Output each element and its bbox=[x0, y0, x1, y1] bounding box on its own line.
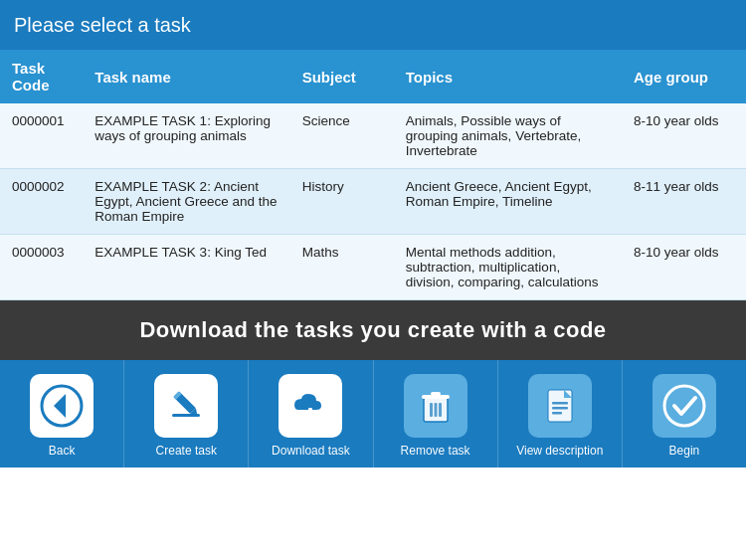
cell-topics: Mental methods addition, subtraction, mu… bbox=[394, 235, 622, 300]
view-description-label: View description bbox=[516, 444, 603, 458]
svg-rect-18 bbox=[552, 402, 568, 405]
cell-subject: History bbox=[290, 169, 394, 235]
create-task-button[interactable]: Create task bbox=[124, 360, 249, 467]
svg-rect-13 bbox=[434, 403, 437, 417]
cell-name: EXAMPLE TASK 3: King Ted bbox=[83, 235, 289, 300]
download-task-button[interactable]: Download task bbox=[249, 360, 373, 467]
cell-code: 0000001 bbox=[0, 103, 83, 169]
download-task-icon-box bbox=[279, 374, 342, 438]
create-task-icon bbox=[164, 384, 208, 428]
download-task-label: Download task bbox=[272, 444, 350, 458]
create-task-label: Create task bbox=[156, 444, 217, 458]
cell-name: EXAMPLE TASK 2: Ancient Egypt, Ancient G… bbox=[83, 169, 289, 235]
cell-code: 0000003 bbox=[0, 235, 83, 300]
cell-subject: Maths bbox=[290, 235, 394, 300]
cell-name: EXAMPLE TASK 1: Exploring ways of groupi… bbox=[83, 103, 289, 169]
task-table-area: Task Code Task name Subject Topics Age g… bbox=[0, 50, 746, 300]
back-icon-box bbox=[30, 374, 93, 438]
cell-subject: Science bbox=[290, 103, 394, 169]
svg-rect-20 bbox=[552, 412, 562, 415]
svg-rect-12 bbox=[430, 403, 433, 417]
cell-age: 8-10 year olds bbox=[622, 103, 746, 169]
table-row[interactable]: 0000002 EXAMPLE TASK 2: Ancient Egypt, A… bbox=[0, 169, 746, 235]
table-row[interactable]: 0000003 EXAMPLE TASK 3: King Ted Maths M… bbox=[0, 235, 746, 300]
page-title: Please select a task bbox=[14, 14, 191, 37]
svg-rect-11 bbox=[431, 392, 441, 396]
table-body: 0000001 EXAMPLE TASK 1: Exploring ways o… bbox=[0, 103, 746, 300]
remove-task-button[interactable]: Remove task bbox=[374, 360, 498, 467]
col-header-age: Age group bbox=[622, 50, 746, 103]
col-header-subject: Subject bbox=[290, 50, 394, 103]
svg-marker-7 bbox=[302, 414, 318, 422]
cell-topics: Animals, Possible ways of grouping anima… bbox=[394, 103, 622, 169]
view-description-button[interactable]: View description bbox=[498, 360, 623, 467]
begin-icon-box bbox=[653, 374, 716, 438]
cell-topics: Ancient Greece, Ancient Egypt, Roman Emp… bbox=[394, 169, 622, 235]
cell-code: 0000002 bbox=[0, 169, 83, 235]
back-icon bbox=[40, 384, 84, 428]
svg-rect-19 bbox=[552, 407, 568, 410]
svg-point-21 bbox=[664, 386, 704, 426]
banner-text: Download the tasks you create with a cod… bbox=[139, 317, 606, 343]
remove-task-label: Remove task bbox=[401, 444, 470, 458]
cell-age: 8-11 year olds bbox=[622, 169, 746, 235]
begin-icon bbox=[662, 384, 706, 428]
view-description-icon bbox=[538, 384, 582, 428]
remove-task-icon-box bbox=[404, 374, 467, 438]
col-header-name: Task name bbox=[83, 50, 289, 103]
begin-label: Begin bbox=[669, 444, 700, 458]
begin-button[interactable]: Begin bbox=[623, 360, 746, 467]
task-table: Task Code Task name Subject Topics Age g… bbox=[0, 50, 746, 300]
create-task-icon-box bbox=[154, 374, 218, 438]
svg-rect-14 bbox=[439, 403, 442, 417]
col-header-code: Task Code bbox=[0, 50, 83, 103]
download-banner: Download the tasks you create with a cod… bbox=[0, 300, 746, 360]
view-description-icon-box bbox=[528, 374, 592, 438]
cell-age: 8-10 year olds bbox=[622, 235, 746, 300]
back-button[interactable]: Back bbox=[0, 360, 124, 467]
back-label: Back bbox=[49, 444, 76, 458]
table-header-row: Task Code Task name Subject Topics Age g… bbox=[0, 50, 746, 103]
download-task-icon bbox=[288, 384, 332, 428]
page-header: Please select a task bbox=[0, 0, 746, 50]
toolbar: Back Create task Do bbox=[0, 360, 746, 467]
svg-marker-1 bbox=[54, 394, 66, 418]
col-header-topics: Topics bbox=[394, 50, 622, 103]
table-row[interactable]: 0000001 EXAMPLE TASK 1: Exploring ways o… bbox=[0, 103, 746, 169]
remove-task-icon bbox=[414, 384, 458, 428]
